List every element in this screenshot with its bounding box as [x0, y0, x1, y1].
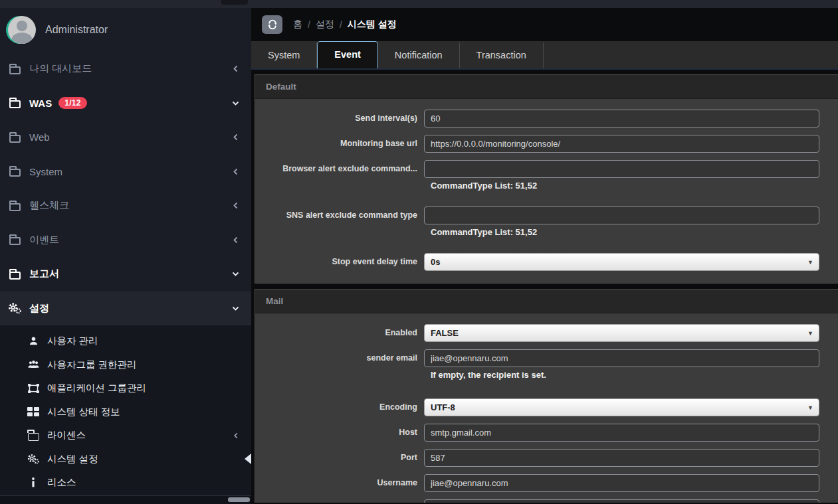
field-label-monitoring-base-url: Monitoring base url [255, 139, 424, 149]
field-label-send-interval: Send interval(s) [255, 114, 424, 124]
sidebar-footer [0, 495, 251, 504]
folder-icon [8, 98, 21, 108]
folder-icon [8, 269, 21, 280]
submenu-item-label: 사용자그룹 권한관리 [47, 359, 137, 371]
user-profile: Administrator [0, 8, 251, 52]
monitoring-base-url-input[interactable] [424, 135, 819, 153]
send-interval-input[interactable] [424, 110, 819, 127]
sidebar-item-label: System [29, 166, 62, 177]
sidebar-item-label: Web [29, 131, 50, 143]
chevron-left-icon [233, 432, 239, 439]
stop-event-delay-select[interactable]: 0s ▼ [424, 253, 819, 271]
sidebar-item-web[interactable]: Web [0, 120, 251, 155]
breadcrumb-bar: 홈 / 설정 / 시스템 설정 [251, 8, 838, 41]
sidebar-item-label: 설정 [29, 302, 49, 315]
field-label-username: Username [255, 478, 424, 488]
field-label-sns-alert-exclude: SNS alert exclude command type [255, 210, 424, 220]
active-item-arrow [245, 454, 251, 464]
sns-alert-exclude-input[interactable] [424, 207, 819, 224]
avatar [8, 16, 36, 44]
hint-sender-email: If empty, the recipient is set. [431, 370, 819, 380]
field-label-port: Port [255, 453, 424, 463]
submenu-item-label: 애플리케이션 그룹관리 [47, 382, 146, 394]
info-icon [27, 477, 40, 487]
users-icon [27, 360, 40, 369]
settings-form: Default Send interval(s) Monitoring base… [251, 70, 838, 503]
host-input[interactable] [424, 424, 819, 442]
chevron-left-icon [233, 65, 239, 72]
chevron-left-icon [233, 236, 239, 244]
sidebar-item-report[interactable]: 보고서 [0, 257, 251, 292]
gears-icon [8, 302, 21, 314]
sidebar-item-label: 헬스체크 [29, 199, 69, 212]
was-count-badge: 1/12 [58, 97, 87, 109]
chevron-left-icon [233, 168, 239, 175]
sender-email-input[interactable] [424, 349, 819, 367]
gears-icon [27, 454, 40, 464]
port-input[interactable] [424, 449, 819, 467]
submenu-item-label: 라이센스 [47, 429, 86, 442]
breadcrumb-separator: / [308, 19, 310, 30]
grid-icon [27, 407, 40, 416]
partial-bottom-input[interactable] [424, 499, 819, 503]
folder-icon [8, 201, 21, 211]
tab-notification[interactable]: Notification [378, 42, 460, 68]
folder-icon [8, 234, 21, 245]
top-notch [221, 0, 248, 5]
sidebar-item-label: WAS [29, 98, 52, 109]
panel-mail-title: Mail [255, 290, 838, 313]
scrollbar-thumb[interactable] [228, 497, 250, 502]
selected-value: 0s [431, 257, 440, 267]
top-strip [0, 0, 838, 8]
main-content: 홈 / 설정 / 시스템 설정 System Event Notificatio… [251, 8, 838, 504]
sidebar-item-system[interactable]: System [0, 155, 251, 189]
field-label-encoding: Encoding [255, 402, 424, 412]
breadcrumb: 홈 / 설정 / 시스템 설정 [293, 19, 397, 31]
submenu-item-label: 리소스 [47, 476, 76, 489]
encoding-select[interactable]: UTF-8 ▼ [424, 398, 819, 416]
selected-value: FALSE [431, 328, 459, 338]
submenu-item-license[interactable]: 라이센스 [0, 424, 251, 448]
mail-enabled-select[interactable]: FALSE ▼ [424, 324, 819, 342]
profile-name: Administrator [45, 24, 108, 36]
sidebar-item-my-dashboard[interactable]: 나의 대시보드 [0, 52, 251, 86]
breadcrumb-home[interactable]: 홈 [293, 19, 302, 31]
refresh-icon [267, 19, 278, 30]
tab-system[interactable]: System [251, 42, 317, 68]
hint-commandtype-list-2: CommandType List: 51,52 [431, 227, 819, 237]
username-input[interactable] [424, 474, 819, 492]
submenu-item-usergroup-permissions[interactable]: 사용자그룹 권한관리 [0, 353, 251, 377]
submenu-item-application-group[interactable]: 애플리케이션 그룹관리 [0, 377, 251, 400]
select-arrow-icon: ▼ [807, 330, 813, 337]
sidebar-item-healthcheck[interactable]: 헬스체크 [0, 189, 251, 223]
select-arrow-icon: ▼ [807, 259, 813, 266]
hint-commandtype-list-1: CommandType List: 51,52 [431, 181, 819, 191]
browser-alert-exclude-input[interactable] [424, 160, 819, 178]
sidebar-item-was[interactable]: WAS 1/12 [0, 86, 251, 121]
selected-value: UTF-8 [431, 402, 455, 412]
breadcrumb-separator: / [340, 19, 342, 30]
tab-transaction[interactable]: Transaction [460, 42, 544, 68]
refresh-button[interactable] [262, 15, 282, 34]
submenu-item-label: 사용자 관리 [47, 335, 98, 347]
field-label-sender-email: sender email [255, 353, 424, 363]
field-label-stop-event-delay: Stop event delay time [255, 257, 424, 267]
tab-bar: System Event Notification Transaction [251, 41, 838, 70]
folder-icon [8, 132, 21, 143]
folder-icon [8, 64, 21, 74]
field-label-host: Host [255, 428, 424, 438]
submenu-item-system-status[interactable]: 시스템 상태 정보 [0, 400, 251, 424]
chevron-down-icon [232, 100, 239, 106]
sidebar-item-settings[interactable]: 설정 [0, 292, 251, 326]
sidebar-item-event[interactable]: 이벤트 [0, 223, 251, 258]
submenu-item-system-settings[interactable]: 시스템 설정 [0, 448, 251, 471]
submenu-item-user-management[interactable]: 사용자 관리 [0, 329, 251, 353]
panel-default: Default Send interval(s) Monitoring base… [255, 74, 838, 284]
folder-icon [8, 166, 21, 177]
submenu-item-label: 시스템 상태 정보 [47, 406, 120, 418]
submenu-item-resource[interactable]: 리소스 [0, 471, 251, 495]
tab-event[interactable]: Event [317, 41, 378, 68]
object-group-icon [27, 384, 40, 393]
user-icon [27, 336, 40, 346]
breadcrumb-settings[interactable]: 설정 [316, 19, 334, 31]
